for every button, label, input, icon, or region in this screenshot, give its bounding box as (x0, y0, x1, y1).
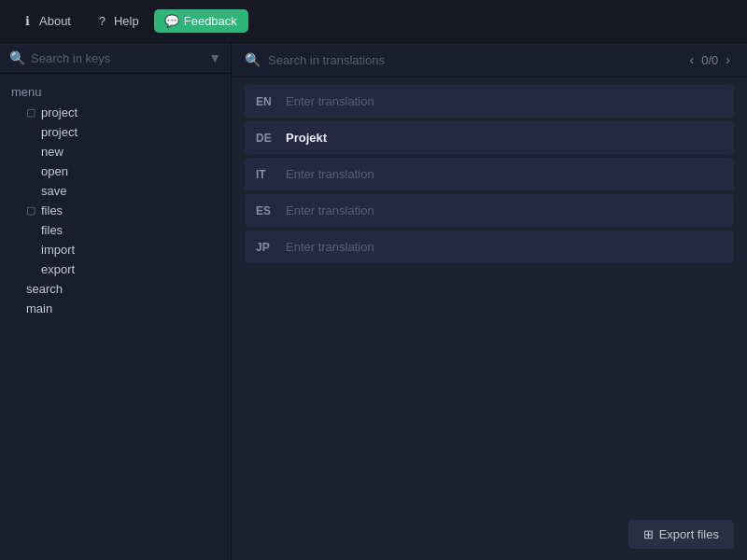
translation-row: IT (245, 158, 734, 190)
sidebar-item-import[interactable]: import (0, 240, 231, 259)
translation-row: JP (245, 231, 734, 263)
sidebar-item-label: project (41, 125, 78, 139)
sidebar-item-label: new (41, 145, 63, 159)
info-icon: ℹ (21, 14, 35, 28)
lang-badge: IT (256, 168, 276, 181)
sidebar-item-project[interactable]: project (0, 122, 231, 142)
sidebar-item-project-group[interactable]: ▢ project (0, 103, 231, 122)
top-navigation: ℹ About ? Help 💬 Feedback (0, 0, 747, 43)
sidebar-item-label: project (41, 105, 78, 119)
help-icon: ? (95, 14, 109, 28)
search-translations-input[interactable] (268, 53, 679, 67)
export-label: Export files (659, 527, 719, 541)
translation-input-jp[interactable] (286, 240, 723, 254)
translation-row: ES (245, 194, 734, 227)
sidebar-item-files[interactable]: files (0, 220, 231, 240)
lang-badge: DE (256, 132, 276, 145)
export-icon: ⊞ (643, 527, 654, 541)
help-button[interactable]: ? Help (86, 9, 148, 33)
translation-search-bar: 🔍 ‹ 0/0 › (232, 43, 747, 77)
sidebar: 🔍 ▼ menu ▢ project project new open save (0, 43, 232, 560)
collapse-icon: ▢ (26, 204, 35, 217)
sidebar-item-open[interactable]: open (0, 161, 231, 181)
sidebar-item-label: files (41, 203, 63, 217)
next-match-button[interactable]: › (722, 50, 734, 69)
translation-rows: ENDEITESJP (232, 77, 747, 509)
translation-content: 🔍 ‹ 0/0 › ENDEITESJP ⊞ Export files (232, 43, 747, 560)
sidebar-item-export[interactable]: export (0, 259, 231, 279)
chat-icon: 💬 (165, 14, 179, 28)
lang-badge: EN (256, 95, 276, 108)
export-files-button[interactable]: ⊞ Export files (628, 520, 734, 549)
search-icon: 🔍 (245, 52, 261, 67)
sidebar-item-label: files (41, 223, 63, 237)
sidebar-item-main[interactable]: main (0, 299, 231, 318)
prev-match-button[interactable]: ‹ (686, 50, 698, 69)
lang-badge: ES (256, 204, 276, 217)
sidebar-item-save[interactable]: save (0, 181, 231, 201)
about-button[interactable]: ℹ About (11, 9, 80, 33)
about-label: About (39, 14, 71, 28)
translation-row: DE (245, 121, 734, 154)
translation-row: EN (245, 85, 734, 118)
menu-label: menu (0, 81, 231, 103)
match-counter: 0/0 (701, 53, 718, 67)
main-layout: 🔍 ▼ menu ▢ project project new open save (0, 43, 747, 560)
feedback-label: Feedback (184, 14, 237, 28)
translation-input-es[interactable] (286, 203, 723, 217)
sidebar-item-label: main (26, 301, 52, 315)
translation-input-it[interactable] (286, 167, 723, 181)
sidebar-tree: menu ▢ project project new open save ▢ f… (0, 74, 231, 560)
sidebar-search-bar: 🔍 ▼ (0, 43, 231, 74)
filter-icon[interactable]: ▼ (208, 50, 221, 65)
search-keys-input[interactable] (31, 51, 203, 65)
lang-badge: JP (256, 241, 276, 254)
collapse-icon: ▢ (26, 106, 35, 119)
help-label: Help (114, 14, 139, 28)
sidebar-item-label: save (41, 184, 66, 198)
sidebar-item-label: import (41, 243, 75, 257)
sidebar-item-label: search (26, 282, 63, 296)
sidebar-item-label: open (41, 164, 68, 178)
translation-input-en[interactable] (286, 94, 723, 108)
sidebar-item-new[interactable]: new (0, 142, 231, 161)
nav-arrows: ‹ 0/0 › (686, 50, 734, 69)
search-icon: 🔍 (9, 50, 25, 65)
content-footer: ⊞ Export files (232, 509, 747, 560)
feedback-button[interactable]: 💬 Feedback (154, 9, 248, 33)
translation-input-de[interactable] (286, 131, 723, 145)
sidebar-item-search[interactable]: search (0, 279, 231, 299)
sidebar-item-files-group[interactable]: ▢ files (0, 201, 231, 220)
sidebar-item-label: export (41, 262, 75, 276)
